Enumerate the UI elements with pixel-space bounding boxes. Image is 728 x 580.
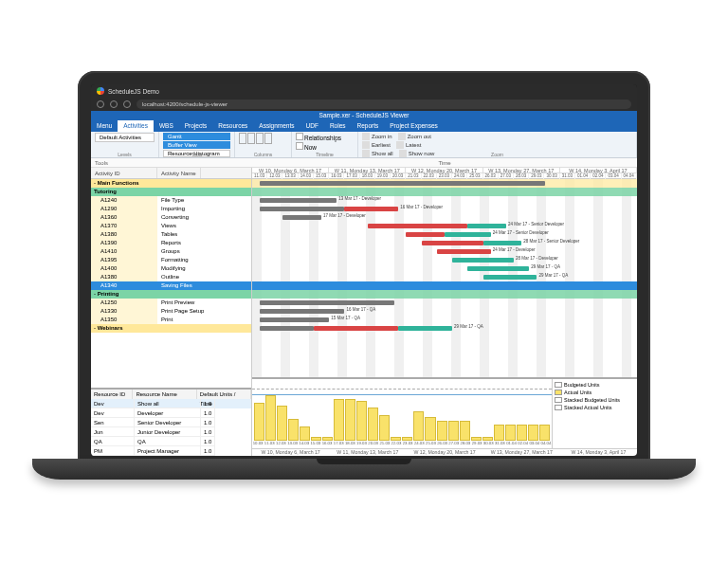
gantt-button[interactable]: Gantt [163,133,230,140]
activity-row[interactable]: A1240File Type [91,196,251,205]
menu-projects[interactable]: Projects [179,120,212,132]
buffer-view-button[interactable]: Buffer View [163,141,230,149]
gantt-bar[interactable]: 15 Mar 17 - QA [260,317,329,322]
activity-row[interactable]: A1380Outline [91,273,251,281]
gantt-chart[interactable]: 13 Mar 17 - Developer16 Mar 17 - Develop… [252,179,637,377]
timeline-relationships[interactable]: Relationships [296,133,354,141]
week-cell: W 12, Monday 20, March 17 [406,168,482,172]
browser-toolbar: localhost:4200/schedule-js-viewer [91,98,637,111]
gantt-lane: 15 Mar 17 - QA [252,316,637,324]
axis-tick: 25.03 [425,441,436,448]
zoom-out-icon [398,133,406,140]
columns-picker[interactable] [239,133,287,145]
group-main-functions[interactable]: - Main Functions [91,179,251,188]
group-printing[interactable]: - Printing [91,290,251,299]
activity-tree[interactable]: - Main FunctionsTutoringA1240File TypeA1… [91,179,251,388]
gantt-bar[interactable] [368,224,468,228]
activity-row[interactable]: A1370Views [91,222,251,230]
res-col-id[interactable]: Resource ID [91,390,133,399]
histogram-chart[interactable]: 10.0311.0312.0313.0314.0315.0316.0317.03… [252,379,552,448]
menu-assignments[interactable]: Assignments [253,120,300,132]
activity-row[interactable]: A1360Converting [91,213,251,222]
timeline-header[interactable]: W 10, Monday 6, March 17W 11, Monday 13,… [252,168,637,179]
earliest-button[interactable]: Earliest [362,141,391,149]
activity-row[interactable]: A1410Groups [91,247,251,256]
axis-tick: 28.03 [460,441,471,448]
forward-icon[interactable] [110,100,118,108]
res-col-units[interactable]: Default Units / Time [197,390,251,399]
zoom-in-button[interactable]: Zoom in [362,133,392,140]
default-activities-dropdown[interactable]: Default Activities [95,133,155,142]
gantt-bar-label: 17 Mar 17 - Developer [323,213,366,218]
resource-row[interactable]: DevDeveloper1.0 [91,408,251,418]
gantt-bar[interactable]: 28 Mar 17 - Senior Developer [483,241,522,245]
gantt-bar[interactable] [422,241,483,245]
menu-resources[interactable]: Resources [212,120,253,132]
activity-row[interactable]: A1400Modifying [91,264,251,273]
activity-row[interactable]: A1290Importing [91,205,251,213]
activity-row[interactable]: A1380Tables [91,230,251,239]
gantt-bar-label: 24 Mar 17 - Senior Developer [493,230,549,235]
gantt-bar[interactable]: 24 Mar 17 - Senior Developer [467,224,506,228]
zoom-out-button[interactable]: Zoom out [398,133,431,140]
gantt-bar[interactable]: 29 Mar 17 - QA [467,266,529,271]
reload-icon[interactable] [123,100,131,108]
axis-tick: 22.03 [391,441,402,448]
gantt-bar[interactable]: 16 Mar 17 - QA [260,309,344,314]
resource-row[interactable]: JunJunior Developer1.0 [91,427,251,437]
gantt-bar[interactable]: 24 Mar 17 - Senior Developer [445,232,491,237]
gantt-bar-label: 28 Mar 17 - Developer [516,256,558,261]
ribbon: Default Activities Levels Gantt Buffer V… [91,132,637,158]
gantt-bar-label: 16 Mar 17 - Developer [400,205,443,209]
menu-menu[interactable]: Menu [91,120,118,132]
menu-project-expenses[interactable]: Project Expenses [384,120,444,132]
col-activity-id[interactable]: Activity ID [91,168,157,178]
gantt-bar[interactable]: 17 Mar 17 - Developer [282,215,321,220]
resource-row-all[interactable]: Dev Show all 1.0 [91,399,251,408]
gantt-bar[interactable] [260,300,394,305]
gantt-bar[interactable]: 29 Mar 17 - QA [398,326,452,331]
activity-row[interactable]: A1250Print Preview [91,299,251,307]
app-root: Sample.xer - ScheduleJS Viewer Menu Acti… [91,111,637,456]
resource-row[interactable]: QAQA1.0 [91,437,251,446]
activity-row[interactable]: A1330Print Page Setup [91,307,251,316]
gantt-bar[interactable] [406,232,445,237]
legend-swatch-icon [555,397,562,403]
gantt-bar[interactable] [260,181,544,186]
browser-tab-title[interactable]: ScheduleJS Demo [108,88,159,95]
gantt-bar[interactable] [260,326,314,331]
resource-row[interactable]: SenSenior Developer1.0 [91,418,251,427]
histogram-bar [277,406,287,441]
week-cell: W 11, Monday 13, March 17 [329,168,406,172]
zoom-in-icon [362,133,370,140]
gantt-bar[interactable]: 28 Mar 17 - Developer [452,258,514,263]
group-tutoring[interactable]: Tutoring [91,188,251,196]
activity-row[interactable]: A1390Reports [91,239,251,247]
gantt-bar[interactable] [314,326,398,331]
menu-roles[interactable]: Roles [324,120,352,132]
gantt-bar[interactable] [260,207,344,211]
gantt-bar-label: 24 Mar 17 - Developer [493,247,536,252]
gantt-bar[interactable]: 13 Mar 17 - Developer [260,198,337,203]
url-field[interactable]: localhost:4200/schedule-js-viewer [136,100,631,109]
histogram-bar [379,415,390,441]
col-activity-name[interactable]: Activity Name [157,168,201,178]
latest-button[interactable]: Latest [396,141,421,149]
activity-row[interactable]: A1395Formatting [91,256,251,264]
gantt-bar[interactable]: 24 Mar 17 - Developer [437,249,491,254]
resource-row[interactable]: PMProject Manager1.0 [91,446,251,456]
menu-activities[interactable]: Activities [118,120,154,132]
timeline-now[interactable]: Now [296,142,354,151]
menu-wbs[interactable]: WBS [154,120,179,132]
gantt-lane: 13 Mar 17 - Developer [252,196,637,205]
back-icon[interactable] [97,100,104,108]
gantt-bar[interactable]: 16 Mar 17 - Developer [344,207,398,211]
group-webinars[interactable]: - Webinars [91,324,251,333]
menu-udf[interactable]: UDF [300,120,324,132]
gantt-bar[interactable]: 29 Mar 17 - QA [483,275,537,280]
ribbon-timeline-title: Timeline [292,152,357,157]
menu-reports[interactable]: Reports [352,120,385,132]
res-col-name[interactable]: Resource Name [133,390,196,399]
activity-row-selected[interactable]: A1340Saving Files [91,281,251,290]
activity-row[interactable]: A1350Print [91,316,251,324]
